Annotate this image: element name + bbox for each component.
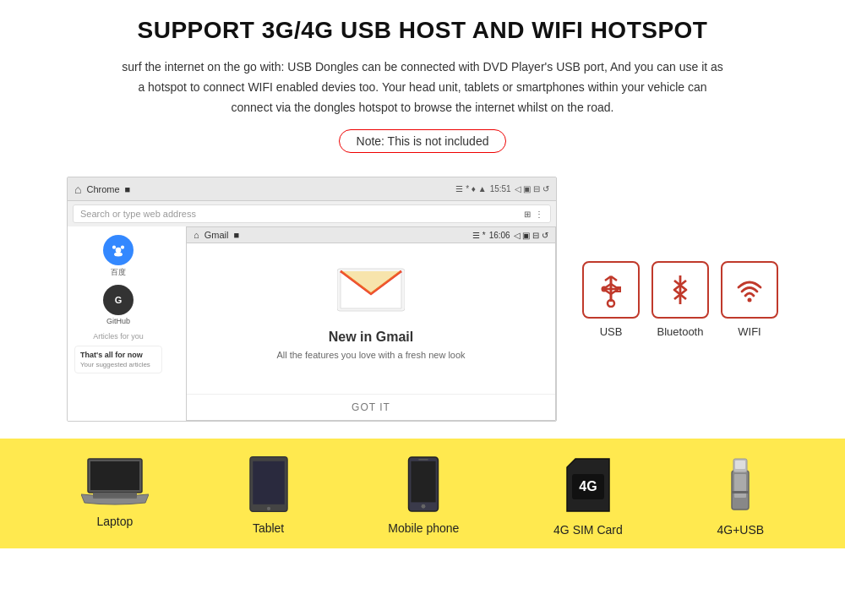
middle-section: ⌂ Chrome ■ ☰ * ♦ ▲ 15:51 ◁ ▣ ⊟ ↺ Search … — [0, 177, 845, 430]
connectivity-icons: USB Bluetooth — [582, 261, 778, 338]
chrome-content-inner: 百度 G GitHub Articles for you That's all … — [68, 226, 556, 382]
phone-icon-svg — [406, 455, 440, 513]
baidu-label: 百度 — [74, 267, 162, 278]
bottom-section: Laptop Tablet Mobile phone — [0, 439, 845, 548]
description: surf the internet on the go with: USB Do… — [118, 57, 727, 117]
svg-point-3 — [114, 253, 123, 257]
main-title: SUPPORT 3G/4G USB HOST AND WIFI HOTSPOT — [51, 17, 794, 44]
gmail-home-icon: ⌂ — [194, 230, 199, 240]
usb-icon-item: USB — [582, 261, 640, 338]
chrome-content: 百度 G GitHub Articles for you That's all … — [68, 226, 556, 421]
thats-all-title: That's all for now — [80, 351, 156, 359]
wifi-icon-box — [721, 261, 778, 319]
chrome-sidebar: 百度 G GitHub Articles for you That's all … — [68, 226, 169, 382]
svg-rect-32 — [732, 491, 749, 493]
laptop-icon-svg — [81, 455, 149, 506]
chrome-app-name: Chrome — [86, 184, 119, 194]
gmail-topbar: ⌂ Gmail ■ ☰ * 16:06 ◁ ▣ ⊟ ↺ — [187, 227, 555, 243]
chrome-search-icons: ⊞ ⋮ — [524, 210, 543, 219]
svg-rect-15 — [93, 493, 137, 499]
svg-point-6 — [608, 300, 614, 307]
svg-point-24 — [422, 504, 426, 509]
usb-label: USB — [600, 325, 623, 338]
bluetooth-icon-box — [651, 261, 709, 319]
usb-device-label: 4G+USB — [717, 523, 765, 537]
tablet-icon-svg — [243, 455, 294, 513]
gmail-app-name: Gmail — [204, 230, 229, 240]
svg-rect-25 — [418, 459, 428, 461]
bluetooth-icon-item: Bluetooth — [651, 261, 709, 338]
tablet-device-item: Tablet — [243, 455, 294, 535]
gmail-panel: ⌂ Gmail ■ ☰ * 16:06 ◁ ▣ ⊟ ↺ — [186, 226, 556, 421]
articles-label: Articles for you — [74, 332, 162, 341]
got-it-button[interactable]: GOT IT — [187, 394, 555, 420]
home-icon: ⌂ — [74, 183, 81, 196]
github-app-item: G GitHub — [74, 285, 162, 325]
svg-point-12 — [748, 297, 752, 302]
svg-point-1 — [112, 246, 116, 249]
svg-rect-31 — [735, 461, 745, 469]
phone-device-item: Mobile phone — [388, 455, 459, 535]
gmail-new-title: New in Gmail — [329, 330, 413, 345]
svg-point-0 — [116, 248, 122, 253]
chrome-search-text: Search or type web address — [80, 209, 524, 219]
sim-icon: 4G — [564, 455, 613, 515]
svg-point-21 — [266, 507, 270, 510]
thats-all-sub: Your suggested articles — [80, 361, 156, 368]
svg-rect-20 — [253, 461, 284, 504]
bluetooth-label: Bluetooth — [657, 325, 704, 338]
usb-device-item: 4G+USB — [717, 455, 765, 537]
svg-text:4G: 4G — [579, 479, 597, 493]
tablet-label: Tablet — [253, 521, 284, 535]
svg-point-2 — [121, 246, 124, 249]
chrome-time: 15:51 — [490, 184, 511, 194]
tablet-icon — [243, 455, 294, 513]
svg-rect-29 — [734, 474, 746, 498]
usb-symbol-icon — [593, 272, 629, 308]
wifi-symbol-icon — [732, 272, 767, 308]
baidu-icon — [103, 235, 134, 265]
gmail-subtitle: All the features you love with a fresh n… — [276, 350, 465, 360]
baidu-app-item: 百度 — [74, 235, 162, 278]
usb-icon-box — [582, 261, 640, 319]
chrome-status-icons: ☰ * ♦ ▲ 15:51 ◁ ▣ ⊟ ↺ — [455, 184, 549, 194]
usb-device-icon — [725, 455, 755, 515]
laptop-label: Laptop — [96, 515, 133, 528]
laptop-icon — [81, 455, 149, 506]
wifi-label: WIFI — [738, 325, 760, 338]
gmail-body: New in Gmail All the features you love w… — [187, 243, 555, 394]
sim-icon-svg: 4G — [564, 455, 613, 515]
thats-all-card: That's all for now Your suggested articl… — [74, 346, 162, 373]
svg-rect-23 — [412, 461, 436, 503]
icons-section: USB Bluetooth — [582, 261, 778, 338]
browser-mockup: ⌂ Chrome ■ ☰ * ♦ ▲ 15:51 ◁ ▣ ⊟ ↺ Search … — [67, 177, 557, 422]
top-section: SUPPORT 3G/4G USB HOST AND WIFI HOTSPOT … — [0, 0, 845, 177]
gmail-status-icons: ☰ * 16:06 ◁ ▣ ⊟ ↺ — [472, 231, 548, 240]
chrome-searchbar[interactable]: Search or type web address ⊞ ⋮ — [73, 204, 551, 223]
note-box: Note: This is not included — [339, 129, 507, 153]
github-icon: G — [103, 285, 134, 315]
sim-device-item: 4G 4G SIM Card — [553, 455, 623, 537]
phone-label: Mobile phone — [388, 521, 459, 535]
usb-stick-icon-svg — [725, 455, 755, 515]
phone-icon — [406, 455, 440, 513]
chrome-topbar: ⌂ Chrome ■ ☰ * ♦ ▲ 15:51 ◁ ▣ ⊟ ↺ — [68, 177, 556, 201]
sim-label: 4G SIM Card — [553, 523, 623, 537]
gmail-time: 16:06 — [489, 231, 510, 240]
chrome-stop-btn: ■ — [125, 184, 131, 194]
github-label: GitHub — [74, 317, 162, 325]
bluetooth-symbol-icon — [662, 272, 698, 308]
note-text: Note: This is not included — [357, 134, 489, 148]
svg-rect-14 — [90, 461, 139, 490]
gmail-logo-icon — [337, 260, 405, 319]
wifi-icon-item: WIFI — [721, 261, 778, 338]
laptop-device-item: Laptop — [81, 455, 149, 528]
